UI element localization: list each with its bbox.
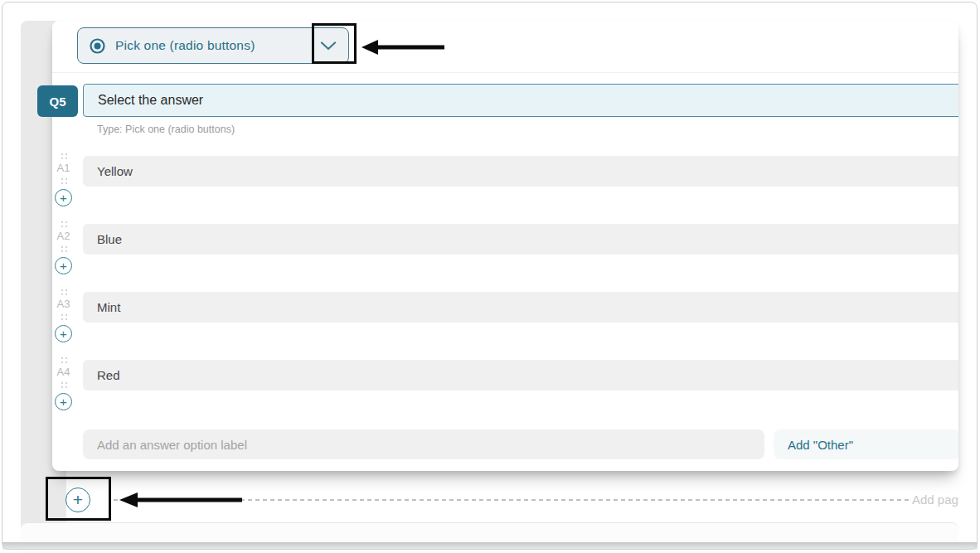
answer-option-input[interactable] <box>83 156 958 187</box>
add-page-label[interactable]: Add page <box>912 492 958 509</box>
add-other-button[interactable]: Add "Other" <box>774 429 958 459</box>
answer-row: A4 + <box>52 360 958 413</box>
answer-row: A2 + <box>52 224 958 277</box>
answer-id-label: A2 <box>52 230 75 242</box>
drag-dots-icon[interactable] <box>61 289 67 295</box>
add-answer-input[interactable] <box>83 429 764 459</box>
radio-icon <box>90 38 105 54</box>
drag-dots-icon[interactable] <box>61 357 67 363</box>
bottom-shadow-band <box>2 542 978 550</box>
question-card: Pick one (radio buttons) Q5 Type: Pick o… <box>52 21 958 471</box>
insert-answer-button[interactable]: + <box>55 189 72 206</box>
annotation-box-add-page <box>46 477 111 521</box>
insert-answer-button[interactable]: + <box>55 325 72 342</box>
answer-id-label: A3 <box>52 298 75 310</box>
question-type-dropdown[interactable]: Pick one (radio buttons) <box>77 27 349 64</box>
drag-dots-icon[interactable] <box>61 221 67 227</box>
question-type-label: Pick one (radio buttons) <box>115 38 255 53</box>
question-title-input[interactable] <box>83 84 958 117</box>
answer-option-input[interactable] <box>83 360 958 390</box>
insert-answer-button[interactable]: + <box>55 393 72 410</box>
annotation-box-dropdown-chevron <box>312 23 357 64</box>
question-number-badge: Q5 <box>37 85 78 117</box>
insert-answer-button[interactable]: + <box>55 257 72 274</box>
drag-dots-icon[interactable] <box>61 153 67 159</box>
card-content: Type: Pick one (radio buttons) A1 + A2 + <box>52 21 958 471</box>
answer-row: A3 + <box>52 292 958 345</box>
answer-option-input[interactable] <box>83 292 958 323</box>
annotation-arrow-left-icon <box>361 39 444 56</box>
answer-option-input[interactable] <box>83 224 958 255</box>
drag-dots-icon[interactable] <box>61 246 67 252</box>
annotation-arrow-left-icon <box>119 492 242 508</box>
drag-dots-icon[interactable] <box>61 314 67 320</box>
answer-id-label: A1 <box>52 162 75 174</box>
drag-dots-icon[interactable] <box>61 178 67 184</box>
answer-row: A1 + <box>52 156 958 209</box>
header-divider <box>52 72 958 73</box>
question-type-caption: Type: Pick one (radio buttons) <box>97 124 235 135</box>
answer-id-label: A4 <box>52 366 75 378</box>
survey-builder-screen: Add page + Pick one (radio buttons) Q5 T… <box>0 0 980 553</box>
drag-dots-icon[interactable] <box>61 382 67 388</box>
